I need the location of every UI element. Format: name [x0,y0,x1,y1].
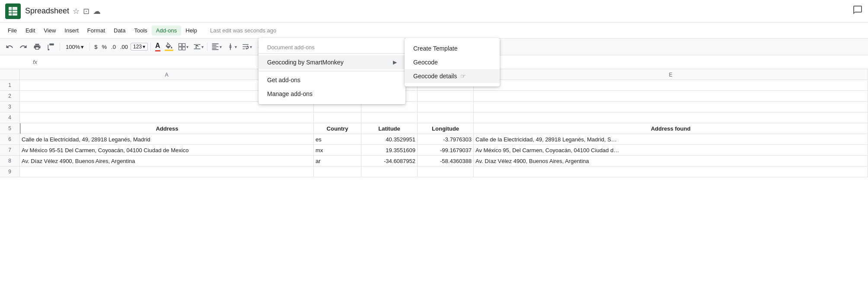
table-row: 3 [0,102,868,112]
valign-icon [226,42,235,51]
cursor-indicator: ☞ [460,73,466,80]
decimal-decrease[interactable]: .0 [109,43,118,51]
valign-arrow: ▾ [235,45,237,49]
cell-c9[interactable] [361,166,418,177]
table-row: 7 Av México 95-51 Del Carmen, Coyoacán, … [0,145,868,156]
currency-dollar[interactable]: $ [93,43,99,51]
cell-d8[interactable]: -58.4360388 [418,156,474,166]
redo-button[interactable] [17,41,29,53]
cell-e9[interactable] [474,166,868,177]
folder-icon[interactable]: ⊡ [83,6,89,16]
cell-a6[interactable]: Calle de la Electricidad, 49, 28918 Lega… [20,134,314,144]
text-color-icon: A [155,42,160,51]
row-num-8[interactable]: 8 [0,156,20,166]
cell-b4[interactable] [314,112,361,123]
submenu-geocode-details[interactable]: Geocode details ☞ [405,69,500,83]
undo-button[interactable] [3,41,16,53]
borders-button[interactable]: ▾ [176,41,190,53]
merge-button[interactable]: ▾ [191,41,205,53]
cell-b7[interactable]: mx [314,145,361,155]
geocode-details-label: Geocode details [413,73,457,80]
cell-e1[interactable] [474,80,868,90]
row-num-2[interactable]: 2 [0,91,20,101]
cell-a8[interactable]: Av. Díaz Vélez 4900, Buenos Aires, Argen… [20,156,314,166]
menu-edit[interactable]: Edit [21,26,39,35]
cell-e6[interactable]: Calle de la Electricidad, 49, 28918 Lega… [474,134,868,144]
cell-d5-header[interactable]: Longitude [418,123,474,134]
cell-b8[interactable]: ar [314,156,361,166]
chat-icon[interactable] [852,5,863,17]
submenu-dropdown: Create Template Geocode Geocode details … [405,38,500,86]
submenu-create-template[interactable]: Create Template [405,42,500,55]
submenu-arrow-icon: ▶ [393,59,397,65]
cell-a4[interactable] [20,112,314,123]
cell-c7[interactable]: 19.3551609 [361,145,418,155]
halign-arrow: ▾ [220,45,222,49]
row-num-9[interactable]: 9 [0,166,20,177]
print-button[interactable] [31,41,43,53]
menu-help[interactable]: Help [181,26,201,35]
currency-group: $ % .0 .00 123 ▾ [93,43,148,51]
cell-a7[interactable]: Av México 95-51 Del Carmen, Coyoacán, 04… [20,145,314,155]
cell-b6[interactable]: es [314,134,361,144]
text-wrap-arrow: ▾ [250,45,252,49]
menu-format[interactable]: Format [83,26,109,35]
cell-c8[interactable]: -34.6087952 [361,156,418,166]
addons-dropdown: Document add-ons Geocoding by SmartMonke… [258,38,405,104]
toolbar-separator-3 [150,42,151,51]
fill-color-button[interactable] [163,41,175,53]
cell-d3[interactable] [418,102,474,112]
fill-color-icon [165,42,173,51]
cell-a9[interactable] [20,166,314,177]
cell-e2[interactable] [474,91,868,101]
col-header-e[interactable]: E [474,69,868,80]
row-num-6[interactable]: 6 [0,134,20,144]
cell-b9[interactable] [314,166,361,177]
menu-addons[interactable]: Add-ons [152,26,181,35]
dropdown-manage-addons[interactable]: Manage add-ons [258,87,405,101]
paint-format-button[interactable] [45,41,57,53]
cell-c5-header[interactable]: Latitude [361,123,418,134]
dropdown-get-addons[interactable]: Get add-ons [258,73,405,87]
cell-d2[interactable] [418,91,474,101]
submenu-geocode[interactable]: Geocode [405,55,500,69]
currency-percent[interactable]: % [100,43,108,51]
row-num-5[interactable]: 5 [0,123,20,134]
valign-button[interactable]: ▾ [224,41,239,53]
text-color-button[interactable]: A [153,41,162,53]
row-num-3[interactable]: 3 [0,102,20,112]
geocoding-label: Geocoding by SmartMonkey [267,59,344,66]
cell-d6[interactable]: -3.7976303 [418,134,474,144]
dropdown-geocoding[interactable]: Geocoding by SmartMonkey ▶ [258,55,405,69]
menu-view[interactable]: View [39,26,60,35]
row-num-4[interactable]: 4 [0,112,20,123]
halign-button[interactable]: ▾ [209,41,223,53]
cell-c6[interactable]: 40.3529951 [361,134,418,144]
cloud-icon[interactable]: ☁ [93,6,101,16]
row-num-7[interactable]: 7 [0,145,20,155]
decimal-increase[interactable]: .00 [118,43,130,51]
menu-file[interactable]: File [3,26,21,35]
menu-insert[interactable]: Insert [60,26,83,35]
cell-a5-header[interactable]: Address [20,123,314,134]
row-num-1[interactable]: 1 [0,80,20,90]
borders-arrow: ▾ [186,45,188,49]
cell-e7[interactable]: Av México 95, Del Carmen, Coyoacán, 0410… [474,145,868,155]
menu-data[interactable]: Data [109,26,130,35]
number-format-dropdown[interactable]: 123 ▾ [131,43,148,51]
cell-e5-header[interactable]: Address found [474,123,868,134]
cell-b5-header[interactable]: Country [314,123,361,134]
cell-e4[interactable] [474,112,868,123]
menu-tools[interactable]: Tools [130,26,151,35]
text-wrap-button[interactable]: ▾ [239,41,254,53]
cell-d4[interactable] [418,112,474,123]
svg-rect-1 [9,7,17,16]
cell-d7[interactable]: -99.1679037 [418,145,474,155]
cell-e3[interactable] [474,102,868,112]
table-row: 2 [0,91,868,102]
cell-d9[interactable] [418,166,474,177]
star-icon[interactable]: ☆ [73,6,80,16]
zoom-selector[interactable]: 100% ▾ [63,42,87,51]
cell-e8[interactable]: Av. Díaz Vélez 4900, Buenos Aires, Argen… [474,156,868,166]
cell-c4[interactable] [361,112,418,123]
